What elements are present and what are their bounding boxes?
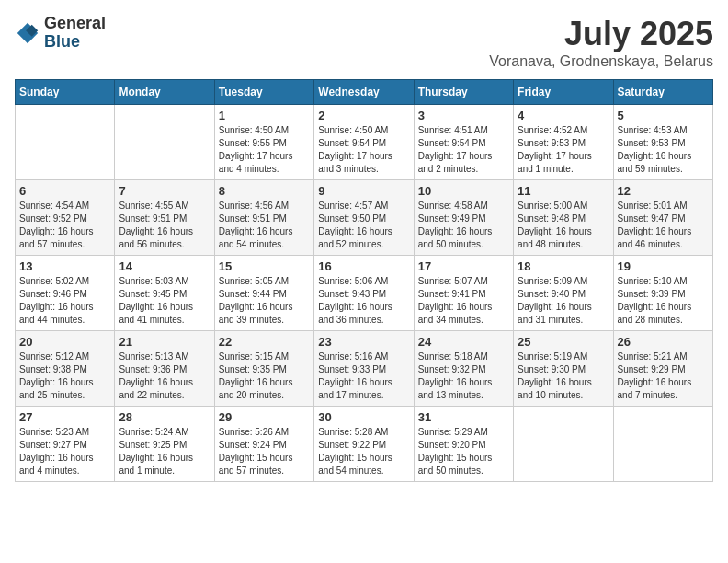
day-number: 20 xyxy=(19,335,110,349)
calendar-cell: 21Sunrise: 5:13 AM Sunset: 9:36 PM Dayli… xyxy=(115,331,214,407)
day-number: 23 xyxy=(318,335,409,349)
calendar-cell: 25Sunrise: 5:19 AM Sunset: 9:30 PM Dayli… xyxy=(514,331,613,407)
calendar-week-2: 6Sunrise: 4:54 AM Sunset: 9:52 PM Daylig… xyxy=(16,180,713,256)
day-number: 2 xyxy=(318,109,409,122)
calendar-cell: 18Sunrise: 5:09 AM Sunset: 9:40 PM Dayli… xyxy=(514,256,613,331)
calendar-cell: 9Sunrise: 4:57 AM Sunset: 9:50 PM Daylig… xyxy=(314,180,414,256)
day-info: Sunrise: 5:19 AM Sunset: 9:30 PM Dayligh… xyxy=(518,350,609,402)
day-info: Sunrise: 5:05 AM Sunset: 9:44 PM Dayligh… xyxy=(219,275,310,327)
calendar-cell: 16Sunrise: 5:06 AM Sunset: 9:43 PM Dayli… xyxy=(314,256,414,331)
calendar-cell: 8Sunrise: 4:56 AM Sunset: 9:51 PM Daylig… xyxy=(214,180,313,256)
calendar-cell xyxy=(115,105,214,180)
calendar-cell: 15Sunrise: 5:05 AM Sunset: 9:44 PM Dayli… xyxy=(214,256,313,331)
calendar-cell: 28Sunrise: 5:24 AM Sunset: 9:25 PM Dayli… xyxy=(115,407,214,482)
day-number: 4 xyxy=(518,109,609,122)
location-title: Voranava, Grodnenskaya, Belarus xyxy=(489,53,713,70)
day-number: 29 xyxy=(219,410,310,424)
day-number: 10 xyxy=(418,184,509,198)
calendar-cell: 19Sunrise: 5:10 AM Sunset: 9:39 PM Dayli… xyxy=(613,256,712,331)
calendar-cell xyxy=(613,407,712,482)
calendar-cell: 14Sunrise: 5:03 AM Sunset: 9:45 PM Dayli… xyxy=(115,256,214,331)
day-info: Sunrise: 4:50 AM Sunset: 9:54 PM Dayligh… xyxy=(318,124,409,176)
calendar-cell: 13Sunrise: 5:02 AM Sunset: 9:46 PM Dayli… xyxy=(16,256,115,331)
day-info: Sunrise: 5:18 AM Sunset: 9:32 PM Dayligh… xyxy=(418,350,509,402)
calendar-cell: 4Sunrise: 4:52 AM Sunset: 9:53 PM Daylig… xyxy=(514,105,613,180)
day-info: Sunrise: 5:16 AM Sunset: 9:33 PM Dayligh… xyxy=(318,350,409,402)
calendar-cell: 30Sunrise: 5:28 AM Sunset: 9:22 PM Dayli… xyxy=(314,407,414,482)
day-info: Sunrise: 4:56 AM Sunset: 9:51 PM Dayligh… xyxy=(219,200,310,251)
day-info: Sunrise: 5:21 AM Sunset: 9:29 PM Dayligh… xyxy=(618,350,709,402)
day-info: Sunrise: 5:10 AM Sunset: 9:39 PM Dayligh… xyxy=(618,275,709,327)
calendar-cell: 31Sunrise: 5:29 AM Sunset: 9:20 PM Dayli… xyxy=(414,407,513,482)
weekday-header-saturday: Saturday xyxy=(613,80,712,105)
day-number: 17 xyxy=(418,259,509,273)
day-info: Sunrise: 5:26 AM Sunset: 9:24 PM Dayligh… xyxy=(219,426,310,477)
day-number: 28 xyxy=(119,410,210,424)
header-row: SundayMondayTuesdayWednesdayThursdayFrid… xyxy=(16,80,713,105)
weekday-header-tuesday: Tuesday xyxy=(214,80,313,105)
day-number: 14 xyxy=(119,259,210,273)
day-number: 25 xyxy=(518,335,609,349)
calendar-cell: 24Sunrise: 5:18 AM Sunset: 9:32 PM Dayli… xyxy=(414,331,513,407)
day-info: Sunrise: 5:09 AM Sunset: 9:40 PM Dayligh… xyxy=(518,275,609,327)
calendar-cell: 7Sunrise: 4:55 AM Sunset: 9:51 PM Daylig… xyxy=(115,180,214,256)
page-header: General Blue July 2025 Voranava, Grodnen… xyxy=(15,15,713,70)
calendar-header: SundayMondayTuesdayWednesdayThursdayFrid… xyxy=(16,80,713,105)
calendar-cell: 22Sunrise: 5:15 AM Sunset: 9:35 PM Dayli… xyxy=(214,331,313,407)
calendar-cell xyxy=(16,105,115,180)
weekday-header-wednesday: Wednesday xyxy=(314,80,414,105)
logo-icon xyxy=(15,20,40,46)
day-number: 27 xyxy=(19,410,110,424)
calendar: SundayMondayTuesdayWednesdayThursdayFrid… xyxy=(15,79,713,482)
calendar-cell: 2Sunrise: 4:50 AM Sunset: 9:54 PM Daylig… xyxy=(314,105,414,180)
day-info: Sunrise: 4:57 AM Sunset: 9:50 PM Dayligh… xyxy=(318,200,409,251)
calendar-week-1: 1Sunrise: 4:50 AM Sunset: 9:55 PM Daylig… xyxy=(16,105,713,180)
day-number: 6 xyxy=(19,184,110,198)
day-number: 30 xyxy=(318,410,409,424)
calendar-cell xyxy=(514,407,613,482)
day-number: 9 xyxy=(318,184,409,198)
day-info: Sunrise: 4:50 AM Sunset: 9:55 PM Dayligh… xyxy=(219,124,310,176)
day-info: Sunrise: 5:23 AM Sunset: 9:27 PM Dayligh… xyxy=(19,426,110,477)
day-number: 31 xyxy=(418,410,509,424)
day-info: Sunrise: 5:06 AM Sunset: 9:43 PM Dayligh… xyxy=(318,275,409,327)
day-info: Sunrise: 5:12 AM Sunset: 9:38 PM Dayligh… xyxy=(19,350,110,402)
day-number: 3 xyxy=(418,109,509,122)
logo-text: General Blue xyxy=(44,15,106,52)
calendar-cell: 26Sunrise: 5:21 AM Sunset: 9:29 PM Dayli… xyxy=(613,331,712,407)
calendar-week-4: 20Sunrise: 5:12 AM Sunset: 9:38 PM Dayli… xyxy=(16,331,713,407)
day-number: 26 xyxy=(618,335,709,349)
day-info: Sunrise: 4:51 AM Sunset: 9:54 PM Dayligh… xyxy=(418,124,509,176)
calendar-week-3: 13Sunrise: 5:02 AM Sunset: 9:46 PM Dayli… xyxy=(16,256,713,331)
day-number: 7 xyxy=(119,184,210,198)
day-number: 19 xyxy=(618,259,709,273)
calendar-body: 1Sunrise: 4:50 AM Sunset: 9:55 PM Daylig… xyxy=(16,105,713,482)
calendar-cell: 1Sunrise: 4:50 AM Sunset: 9:55 PM Daylig… xyxy=(214,105,313,180)
day-number: 12 xyxy=(618,184,709,198)
month-title: July 2025 xyxy=(489,15,713,53)
calendar-cell: 3Sunrise: 4:51 AM Sunset: 9:54 PM Daylig… xyxy=(414,105,513,180)
logo-blue: Blue xyxy=(44,33,106,52)
day-info: Sunrise: 5:29 AM Sunset: 9:20 PM Dayligh… xyxy=(418,426,509,477)
day-info: Sunrise: 4:55 AM Sunset: 9:51 PM Dayligh… xyxy=(119,200,210,251)
logo: General Blue xyxy=(15,15,106,52)
day-number: 15 xyxy=(219,259,310,273)
day-info: Sunrise: 4:52 AM Sunset: 9:53 PM Dayligh… xyxy=(518,124,609,176)
calendar-cell: 23Sunrise: 5:16 AM Sunset: 9:33 PM Dayli… xyxy=(314,331,414,407)
day-number: 13 xyxy=(19,259,110,273)
title-block: July 2025 Voranava, Grodnenskaya, Belaru… xyxy=(489,15,713,70)
day-info: Sunrise: 5:07 AM Sunset: 9:41 PM Dayligh… xyxy=(418,275,509,327)
day-info: Sunrise: 5:15 AM Sunset: 9:35 PM Dayligh… xyxy=(219,350,310,402)
day-number: 21 xyxy=(119,335,210,349)
calendar-week-5: 27Sunrise: 5:23 AM Sunset: 9:27 PM Dayli… xyxy=(16,407,713,482)
day-info: Sunrise: 5:28 AM Sunset: 9:22 PM Dayligh… xyxy=(318,426,409,477)
day-number: 22 xyxy=(219,335,310,349)
day-number: 16 xyxy=(318,259,409,273)
weekday-header-monday: Monday xyxy=(115,80,214,105)
calendar-cell: 10Sunrise: 4:58 AM Sunset: 9:49 PM Dayli… xyxy=(414,180,513,256)
calendar-cell: 11Sunrise: 5:00 AM Sunset: 9:48 PM Dayli… xyxy=(514,180,613,256)
day-number: 8 xyxy=(219,184,310,198)
calendar-cell: 29Sunrise: 5:26 AM Sunset: 9:24 PM Dayli… xyxy=(214,407,313,482)
calendar-cell: 5Sunrise: 4:53 AM Sunset: 9:53 PM Daylig… xyxy=(613,105,712,180)
day-number: 1 xyxy=(219,109,310,122)
